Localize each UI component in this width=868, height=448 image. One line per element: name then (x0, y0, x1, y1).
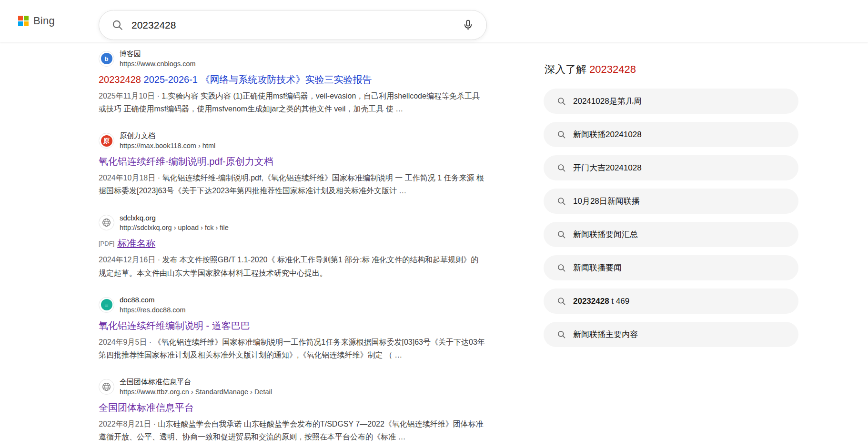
result-title-link[interactable]: 氧化铝连续纤维-编制说明.pdf-原创力文档 (99, 155, 487, 168)
related-heading-prefix: 深入了解 (545, 63, 589, 75)
result-snippet: 2024年9月5日 · 《氧化铝连续纤维》国家标准编制说明一工作简况1任务来源根… (99, 336, 487, 361)
attribution-text: 博客园https://www.cnblogs.com (120, 50, 196, 68)
result-attribution[interactable]: ≡doc88.comhttps://res.doc88.com (99, 296, 487, 314)
result-attribution[interactable]: 原原创力文档https://max.book118.com › html (99, 131, 487, 150)
result-snippet: 2024年12月16日 · 发布 本文件按照GB/T 1.1-2020《 标准化… (99, 253, 487, 279)
attribution-text: 全国团体标准信息平台https://www.ttbz.org.cn › Stan… (120, 378, 272, 396)
result-title-text: 全国团体标准信息平台 (99, 402, 194, 413)
doc88-favicon-icon: ≡ (99, 297, 114, 313)
result-attribution[interactable]: b博客园https://www.cnblogs.com (99, 50, 487, 68)
bing-logo[interactable]: Bing (18, 15, 55, 27)
search-icon (557, 130, 566, 139)
related-search-label: 新闻联播20241028 (573, 129, 642, 140)
pdf-badge: [PDF] (99, 240, 114, 247)
site-url: https://res.doc88.com (120, 306, 186, 314)
site-url: http://sdclxkq.org › upload › fck › file (120, 223, 229, 232)
result-title-link[interactable]: 20232428 2025-2026-1 《网络与系统攻防技术》实验三实验报告 (99, 73, 487, 86)
page-body: b博客园https://www.cnblogs.com20232428 2025… (0, 42, 868, 448)
result-snippet: 2024年10月18日 · 氧化铝连续纤维-编制说明.pdf,《氧化铝连续纤维》… (99, 171, 487, 197)
related-search-label: 新闻联播要闻汇总 (573, 229, 638, 240)
related-searches-panel: 深入了解 20232428 20241028是第几周新闻联播20241028开门… (544, 50, 799, 355)
search-result: b博客园https://www.cnblogs.com20232428 2025… (99, 50, 487, 115)
attribution-text: sdclxkq.orghttp://sdclxkq.org › upload ›… (120, 214, 229, 232)
search-box[interactable] (99, 10, 487, 40)
result-title-link[interactable]: 氧化铝连续纤维编制说明 - 道客巴巴 (99, 319, 487, 332)
result-title-link[interactable]: 全国团体标准信息平台 (99, 401, 487, 414)
search-result: 全国团体标准信息平台https://www.ttbz.org.cn › Stan… (99, 378, 487, 443)
bing-wordmark: Bing (33, 15, 55, 27)
related-search-label: 10月28日新闻联播 (573, 196, 640, 207)
site-name: doc88.com (120, 296, 186, 305)
related-heading-query: 20232428 (589, 63, 636, 75)
search-icon (557, 263, 566, 272)
related-search-label: 新闻联播主要内容 (573, 329, 638, 340)
search-icon (557, 330, 566, 339)
related-search-pill[interactable]: 新闻联播20241028 (544, 122, 798, 147)
search-result: 原原创力文档https://max.book118.com › html氧化铝连… (99, 131, 487, 197)
search-result: ≡doc88.comhttps://res.doc88.com氧化铝连续纤维编制… (99, 296, 487, 361)
globe-favicon-icon (99, 379, 114, 395)
search-icon (557, 230, 566, 239)
site-url: https://max.book118.com › html (120, 141, 215, 150)
result-date: 2024年10月18日 · (99, 174, 160, 182)
related-search-label: 20241028是第几周 (573, 96, 642, 107)
result-date: 2024年12月16日 · (99, 256, 160, 264)
result-snippet: 2022年8月21日 · 山东硅酸盐学会自我承诺 山东硅酸盐学会发布的T/SDG… (99, 418, 487, 443)
site-url: https://www.cnblogs.com (120, 60, 196, 68)
related-search-bold-term: 20232428 (573, 297, 609, 306)
result-date: 2022年8月21日 · (99, 420, 156, 428)
related-search-label: 20232428 t 469 (573, 297, 629, 306)
search-icon (557, 163, 566, 172)
related-search-pill[interactable]: 新闻联播要闻 (544, 255, 798, 280)
result-snippet: 2025年11月10日 · 1.实验内容 实践内容 (1)正确使用msf编码器，… (99, 90, 487, 115)
related-searches-heading: 深入了解 20232428 (545, 62, 799, 77)
site-url: https://www.ttbz.org.cn › StandardManage… (120, 388, 272, 396)
result-date: 2024年9月5日 · (99, 338, 151, 346)
attribution-text: doc88.comhttps://res.doc88.com (120, 296, 186, 314)
result-attribution[interactable]: 全国团体标准信息平台https://www.ttbz.org.cn › Stan… (99, 378, 487, 396)
related-search-label: 新闻联播要闻 (573, 262, 622, 273)
site-name: 全国团体标准信息平台 (120, 378, 272, 387)
result-date: 2025年11月10日 · (99, 92, 160, 100)
search-icon (557, 97, 566, 106)
related-search-label: 开门大吉20241028 (573, 162, 642, 173)
book118-favicon-icon: 原 (99, 133, 114, 149)
related-search-pill[interactable]: 开门大吉20241028 (544, 155, 798, 180)
cnblogs-favicon-icon: b (99, 51, 114, 67)
search-icon (557, 197, 566, 206)
result-title-text: 氧化铝连续纤维-编制说明.pdf-原创力文档 (99, 156, 273, 167)
related-search-pill[interactable]: 20232428 t 469 (544, 289, 798, 314)
attribution-text: 原创力文档https://max.book118.com › html (120, 131, 215, 150)
result-title-text: 标准名称 (117, 238, 155, 249)
related-search-pill[interactable]: 20241028是第几周 (544, 89, 798, 114)
result-title-match: 20232428 (99, 74, 141, 85)
site-name: 原创力文档 (120, 131, 215, 140)
search-icon (111, 19, 123, 31)
result-attribution[interactable]: sdclxkq.orghttp://sdclxkq.org › upload ›… (99, 214, 487, 232)
related-search-pill[interactable]: 新闻联播主要内容 (544, 322, 798, 347)
result-title-text: 2025-2026-1 《网络与系统攻防技术》实验三实验报告 (141, 74, 372, 85)
site-name: 博客园 (120, 50, 196, 59)
microsoft-logo-icon (18, 16, 29, 26)
related-searches-list: 20241028是第几周新闻联播20241028开门大吉2024102810月2… (544, 89, 799, 347)
related-search-pill[interactable]: 10月28日新闻联播 (544, 189, 798, 214)
search-results-column: b博客园https://www.cnblogs.com20232428 2025… (99, 50, 487, 448)
related-search-pill[interactable]: 新闻联播要闻汇总 (544, 222, 798, 247)
site-name: sdclxkq.org (120, 214, 229, 223)
microphone-icon[interactable] (462, 19, 474, 31)
search-result: sdclxkq.orghttp://sdclxkq.org › upload ›… (99, 214, 487, 279)
globe-favicon-icon (99, 215, 114, 230)
result-title-link[interactable]: [PDF]标准名称 (99, 237, 487, 250)
result-title-text: 氧化铝连续纤维编制说明 - 道客巴巴 (99, 320, 250, 331)
search-icon (557, 297, 566, 306)
top-bar: Bing (0, 0, 868, 42)
search-input[interactable] (131, 20, 462, 31)
